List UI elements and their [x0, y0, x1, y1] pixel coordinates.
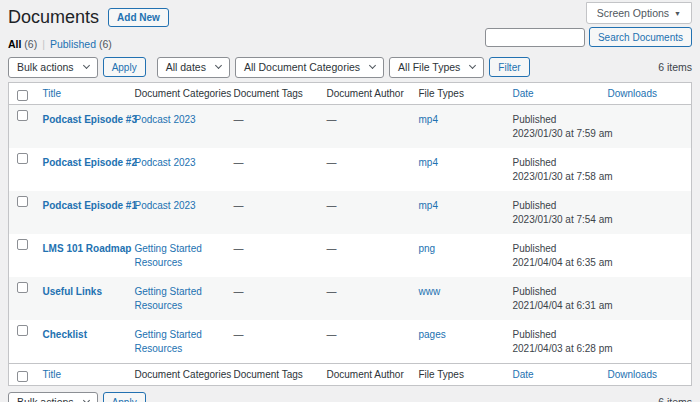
document-author-value: —	[327, 157, 337, 168]
file-type-link[interactable]: mp4	[419, 200, 438, 211]
publish-date: 2021/04/04 at 6:31 am	[513, 299, 592, 313]
table-row: Checklist Getting Started Resources — — …	[9, 320, 692, 364]
document-category-link[interactable]: Getting Started Resources	[135, 286, 202, 311]
table-row: Useful Links Getting Started Resources —…	[9, 277, 692, 320]
categories-filter-select[interactable]: All Document Categories	[235, 57, 384, 78]
document-title-link[interactable]: Podcast Episode #3	[43, 114, 137, 125]
document-category-link[interactable]: Podcast 2023	[135, 200, 196, 211]
items-count-bottom: 6 items	[658, 396, 692, 402]
categories-filter-label: All Document Categories	[244, 61, 360, 73]
table-row: LMS 101 Roadmap Getting Started Resource…	[9, 234, 692, 277]
document-tags-value: —	[234, 157, 244, 168]
bulk-actions-select[interactable]: Bulk actions	[8, 57, 98, 78]
row-checkbox[interactable]	[17, 282, 28, 293]
select-all-checkbox[interactable]	[17, 90, 28, 101]
add-new-button[interactable]: Add New	[108, 8, 169, 27]
document-author-value: —	[327, 114, 337, 125]
filter-published-link[interactable]: Published (6)	[50, 38, 112, 50]
apply-button[interactable]: Apply	[103, 57, 146, 77]
file-type-link[interactable]: www	[419, 286, 441, 297]
column-footer-author: Document Author	[327, 369, 404, 380]
document-category-link[interactable]: Getting Started Resources	[135, 243, 202, 268]
document-title-link[interactable]: LMS 101 Roadmap	[43, 243, 132, 254]
document-author-value: —	[327, 200, 337, 211]
bulk-actions-select-bottom[interactable]: Bulk actions	[8, 392, 98, 402]
chevron-down-icon	[369, 62, 376, 69]
chevron-down-icon	[215, 62, 222, 69]
publish-status: Published	[513, 199, 592, 213]
publish-date: 2023/01/30 at 7:54 am	[513, 213, 592, 227]
column-footer-downloads[interactable]: Downloads	[608, 369, 657, 380]
file-type-link[interactable]: mp4	[419, 114, 438, 125]
column-footer-title[interactable]: Title	[43, 369, 62, 380]
bulk-actions-label: Bulk actions	[17, 396, 74, 402]
document-tags-value: —	[234, 114, 244, 125]
column-footer-tags: Document Tags	[234, 369, 303, 380]
document-category-link[interactable]: Getting Started Resources	[135, 329, 202, 354]
chevron-down-icon: ▼	[674, 10, 681, 17]
filter-published-count: (6)	[99, 38, 112, 50]
row-checkbox[interactable]	[17, 196, 28, 207]
column-footer-categories: Document Categories	[135, 369, 232, 380]
items-count-top: 6 items	[658, 61, 692, 73]
apply-button-bottom[interactable]: Apply	[103, 392, 146, 402]
table-row: Podcast Episode #2 Podcast 2023 — — mp4 …	[9, 148, 692, 191]
publish-date: 2021/04/04 at 6:35 am	[513, 256, 592, 270]
documents-admin-page: Screen Options ▼ Documents Add New Searc…	[0, 0, 700, 402]
publish-status: Published	[513, 113, 592, 127]
file-type-link[interactable]: pages	[419, 329, 446, 340]
document-author-value: —	[327, 243, 337, 254]
column-header-author: Document Author	[327, 88, 404, 99]
table-header: Title Document Categories Document Tags …	[9, 83, 692, 105]
document-tags-value: —	[234, 329, 244, 340]
document-category-link[interactable]: Podcast 2023	[135, 114, 196, 125]
file-types-filter-select[interactable]: All File Types	[389, 57, 484, 78]
document-category-link[interactable]: Podcast 2023	[135, 157, 196, 168]
table-footer: Title Document Categories Document Tags …	[9, 364, 692, 386]
publish-status: Published	[513, 285, 592, 299]
file-type-link[interactable]: mp4	[419, 157, 438, 168]
chevron-down-icon	[469, 62, 476, 69]
table-row: Podcast Episode #3 Podcast 2023 — — mp4 …	[9, 105, 692, 149]
row-checkbox[interactable]	[17, 153, 28, 164]
row-checkbox[interactable]	[17, 325, 28, 336]
file-types-filter-label: All File Types	[398, 61, 460, 73]
screen-options-button[interactable]: Screen Options ▼	[586, 2, 692, 24]
tablenav-top: Bulk actions Apply All dates All Documen…	[8, 56, 692, 78]
documents-table-body: Podcast Episode #3 Podcast 2023 — — mp4 …	[9, 105, 692, 364]
document-tags-value: —	[234, 243, 244, 254]
column-header-date[interactable]: Date	[513, 88, 534, 99]
file-type-link[interactable]: png	[419, 243, 436, 254]
document-author-value: —	[327, 286, 337, 297]
column-header-downloads[interactable]: Downloads	[608, 88, 657, 99]
filter-published-label: Published	[50, 38, 96, 50]
row-checkbox[interactable]	[17, 110, 28, 121]
chevron-down-icon	[83, 397, 90, 402]
search-box: Search Documents	[485, 27, 692, 47]
document-title-link[interactable]: Podcast Episode #2	[43, 157, 137, 168]
publish-status: Published	[513, 242, 592, 256]
row-checkbox[interactable]	[17, 239, 28, 250]
search-documents-button[interactable]: Search Documents	[589, 27, 692, 47]
screen-options-label: Screen Options	[597, 7, 669, 19]
column-header-tags: Document Tags	[234, 88, 303, 99]
publish-status: Published	[513, 328, 592, 342]
publish-date: 2023/01/30 at 7:59 am	[513, 127, 592, 141]
dates-filter-label: All dates	[166, 61, 206, 73]
filter-all-label: All	[8, 38, 21, 50]
filter-all-link[interactable]: All (6)	[8, 38, 37, 50]
document-title-link[interactable]: Podcast Episode #1	[43, 200, 137, 211]
filter-all-count: (6)	[24, 38, 37, 50]
publish-status: Published	[513, 156, 592, 170]
document-title-link[interactable]: Useful Links	[43, 286, 102, 297]
document-title-link[interactable]: Checklist	[43, 329, 87, 340]
select-all-checkbox-bottom[interactable]	[17, 371, 28, 382]
document-author-value: —	[327, 329, 337, 340]
search-input[interactable]	[485, 28, 585, 47]
column-footer-date[interactable]: Date	[513, 369, 534, 380]
dates-filter-select[interactable]: All dates	[157, 57, 230, 78]
publish-date: 2021/04/03 at 6:28 pm	[513, 342, 592, 356]
filter-button[interactable]: Filter	[489, 57, 529, 77]
bulk-actions-label: Bulk actions	[17, 61, 74, 73]
column-header-title[interactable]: Title	[43, 88, 62, 99]
